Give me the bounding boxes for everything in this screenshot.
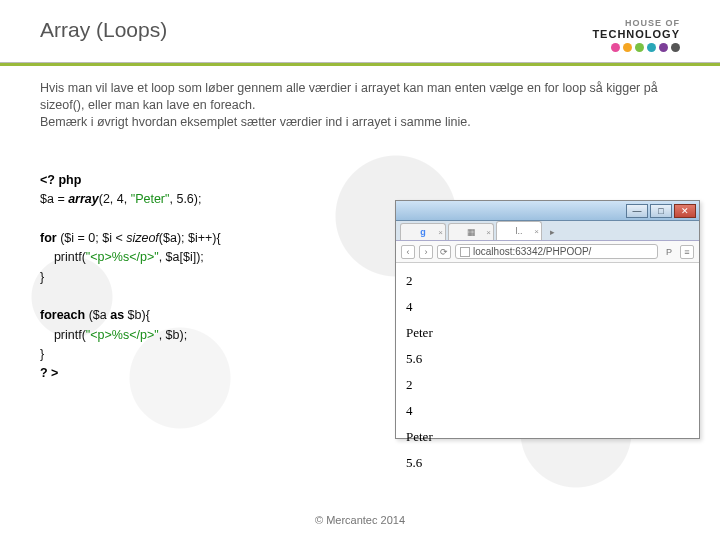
output-line: 2 — [406, 377, 689, 393]
new-tab-button[interactable]: ▸ — [544, 223, 560, 240]
code-assign-args-close: , 5.6); — [169, 192, 201, 206]
code-printf2-post: , $b); — [159, 328, 188, 342]
code-brace-1: } — [40, 270, 44, 284]
browser-window: — □ ✕ g× ▦× l..× ▸ ‹ › ⟳ localhost:63342… — [395, 200, 700, 439]
logo-dots — [592, 43, 680, 52]
code-foreach-close: $b){ — [124, 308, 150, 322]
maximize-button[interactable]: □ — [650, 204, 672, 218]
tab-close-icon[interactable]: × — [534, 227, 539, 236]
logo-line-2: TECHNOLOGY — [592, 28, 680, 40]
output-line: Peter — [406, 429, 689, 445]
logo-line-1: HOUSE OF — [625, 18, 680, 28]
code-printf2-pre: printf( — [40, 328, 86, 342]
logo: HOUSE OF TECHNOLOGY — [592, 18, 680, 52]
output-line: Peter — [406, 325, 689, 341]
dot-icon — [647, 43, 656, 52]
slide-header: Array (Loops) HOUSE OF TECHNOLOGY — [0, 0, 720, 56]
close-button[interactable]: ✕ — [674, 204, 696, 218]
dot-icon — [659, 43, 668, 52]
code-assign-args-open: (2, 4, — [99, 192, 131, 206]
address-bar[interactable]: localhost:63342/PHPOOP/ — [455, 244, 658, 259]
menu-button[interactable]: ≡ — [680, 245, 694, 259]
para-line-2: Bemærk i øvrigt hvordan eksemplet sætter… — [40, 115, 471, 129]
code-printf1-post: , $a[$i]); — [159, 250, 204, 264]
para-line-1: Hvis man vil lave et loop som løber genn… — [40, 81, 658, 112]
description-paragraph: Hvis man vil lave et loop som løber genn… — [40, 80, 670, 131]
code-for-kw: for — [40, 231, 60, 245]
bookmark-button[interactable]: P — [662, 245, 676, 259]
output-line: 4 — [406, 403, 689, 419]
page-icon — [460, 247, 470, 257]
dot-icon — [623, 43, 632, 52]
dot-icon — [635, 43, 644, 52]
forward-button[interactable]: › — [419, 245, 433, 259]
code-assign-str: "Peter" — [131, 192, 170, 206]
code-array-kw: array — [68, 192, 99, 206]
code-printf1-pre: printf( — [40, 250, 86, 264]
code-open-tag: <? php — [40, 173, 81, 187]
output-line: 4 — [406, 299, 689, 315]
browser-tab[interactable]: g× — [400, 223, 446, 240]
code-printf1-str: "<p>%s</p>" — [86, 250, 159, 264]
tab-close-icon[interactable]: × — [486, 228, 491, 237]
code-for-close: ($a); $i++){ — [159, 231, 221, 245]
output-line: 5.6 — [406, 351, 689, 367]
tab-bar: g× ▦× l..× ▸ — [396, 221, 699, 241]
address-text: localhost:63342/PHPOOP/ — [473, 246, 591, 257]
back-button[interactable]: ‹ — [401, 245, 415, 259]
code-foreach-kw: foreach — [40, 308, 89, 322]
tab-favicon-icon: g — [420, 227, 426, 237]
tab-favicon-icon: l.. — [515, 226, 522, 236]
page-content: 2 4 Peter 5.6 2 4 Peter 5.6 — [396, 263, 699, 438]
code-close-tag: ? > — [40, 366, 58, 380]
code-assign-pre: $a = — [40, 192, 68, 206]
browser-tab[interactable]: ▦× — [448, 223, 494, 240]
output-line: 2 — [406, 273, 689, 289]
code-sizeof-kw: sizeof — [126, 231, 159, 245]
code-as-kw: as — [110, 308, 124, 322]
output-line: 5.6 — [406, 455, 689, 471]
address-bar-row: ‹ › ⟳ localhost:63342/PHPOOP/ P ≡ — [396, 241, 699, 263]
dot-icon — [611, 43, 620, 52]
window-titlebar[interactable]: — □ ✕ — [396, 201, 699, 221]
code-printf2-str: "<p>%s</p>" — [86, 328, 159, 342]
browser-tab-active[interactable]: l..× — [496, 221, 542, 240]
tab-favicon-icon: ▦ — [467, 227, 476, 237]
code-foreach-open: ($a — [89, 308, 111, 322]
footer-copyright: © Mercantec 2014 — [0, 514, 720, 526]
dot-icon — [671, 43, 680, 52]
reload-button[interactable]: ⟳ — [437, 245, 451, 259]
slide-title: Array (Loops) — [40, 18, 167, 42]
code-for-open: ($i = 0; $i < — [60, 231, 126, 245]
minimize-button[interactable]: — — [626, 204, 648, 218]
code-brace-2: } — [40, 347, 44, 361]
tab-close-icon[interactable]: × — [438, 228, 443, 237]
